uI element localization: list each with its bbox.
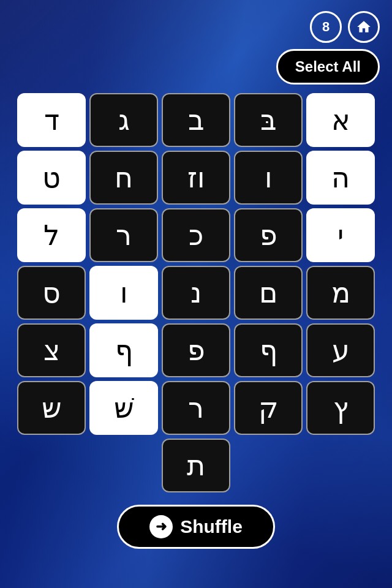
cell-4-2[interactable]: פ [162,323,230,377]
cell-0-4[interactable]: א [306,93,375,147]
cell-1-2[interactable]: וז [162,151,230,205]
home-icon [356,19,372,35]
score-value: 8 [322,19,330,35]
score-badge: 8 [310,11,342,43]
select-all-button[interactable]: Select All [276,49,380,85]
top-bar: 8 [0,0,392,49]
cell-0-0[interactable]: ד [17,93,86,147]
cell-3-0[interactable]: ס [17,266,86,320]
grid-row-3: סונםמ [17,266,375,320]
cell-5-4[interactable]: ץ [306,381,375,435]
cell-0-1[interactable]: ג [89,93,158,147]
cell-4-0[interactable]: צ [17,323,86,377]
grid-row-4: צףפףע [17,323,375,377]
shuffle-button[interactable]: ➜ Shuffle [117,505,275,549]
grid-row-6: ת [17,439,375,492]
grid-row-1: טחוזוה [17,151,375,205]
cell-2-1[interactable]: ר [89,208,158,262]
cell-6-2[interactable]: ת [162,439,230,492]
cell-5-1[interactable]: שׁ [89,381,158,435]
cell-1-1[interactable]: ח [89,151,158,205]
cell-0-2[interactable]: ב [162,93,230,147]
cell-3-3[interactable]: ם [234,266,303,320]
cell-3-4[interactable]: מ [306,266,375,320]
home-button[interactable] [348,11,380,43]
cell-4-3[interactable]: ף [234,323,303,377]
cell-4-4[interactable]: ע [306,323,375,377]
letter-grid: דגבבּאטחוזוהלרכפיסונםמצףפףעששׁרקץת [10,93,382,492]
cell-5-0[interactable]: ש [17,381,86,435]
cell-4-1[interactable]: ף [89,323,158,377]
shuffle-label: Shuffle [180,516,243,537]
cell-2-0[interactable]: ל [17,208,86,262]
cell-0-3[interactable]: בּ [234,93,303,147]
select-all-label: Select All [295,58,361,75]
cell-5-2[interactable]: ר [162,381,230,435]
cell-3-1[interactable]: ו [89,266,158,320]
arrow-icon: ➜ [156,519,167,535]
cell-3-2[interactable]: נ [162,266,230,320]
grid-row-5: ששׁרקץ [17,381,375,435]
cell-1-0[interactable]: ט [17,151,86,205]
cell-1-3[interactable]: ו [234,151,303,205]
cell-2-4[interactable]: י [306,208,375,262]
grid-row-0: דגבבּא [17,93,375,147]
cell-5-3[interactable]: ק [234,381,303,435]
cell-2-3[interactable]: פ [234,208,303,262]
grid-row-2: לרכפי [17,208,375,262]
cell-1-4[interactable]: ה [306,151,375,205]
cell-2-2[interactable]: כ [162,208,230,262]
arrow-circle: ➜ [149,515,173,538]
